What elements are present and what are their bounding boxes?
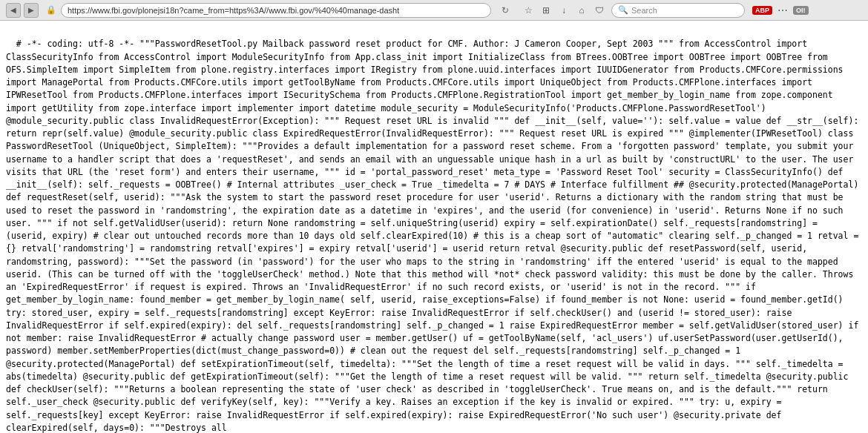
star-icon[interactable]: ☆ [521, 3, 536, 18]
nav-controls: ◀ ▶ [6, 3, 39, 18]
adblock-badge[interactable]: ABP [752, 6, 772, 15]
back-button[interactable]: ◀ [6, 3, 21, 18]
refresh-button[interactable]: ↻ [499, 4, 512, 17]
shield-icon[interactable]: 🛡 [592, 3, 607, 18]
addon-oi-badge[interactable]: OI! [793, 6, 809, 15]
search-bar[interactable]: 🔍 Search [611, 3, 745, 18]
address-bar[interactable]: https://www.fbi.gov/plonejsi18n?came_fro… [61, 3, 491, 18]
home-icon[interactable]: ⌂ [574, 3, 589, 18]
url-text: https://www.fbi.gov/plonejsi18n?came_fro… [68, 6, 399, 15]
menu-dots[interactable]: ⋯ [775, 3, 790, 18]
browser-toolbar: ◀ ▶ 🔒 https://www.fbi.gov/plonejsi18n?ca… [0, 0, 868, 21]
bookmark-icon[interactable]: ⊞ [539, 3, 553, 18]
code-content: # -*- coding: utf-8 -*- """PasswordReset… [0, 21, 868, 433]
lock-icon: 🔒 [46, 5, 56, 15]
search-icon: 🔍 [618, 5, 628, 15]
addon-icons: ABP ⋯ OI! [752, 3, 809, 18]
forward-button[interactable]: ▶ [24, 3, 39, 18]
browser-actions: ☆ ⊞ ↓ ⌂ 🛡 [521, 3, 607, 18]
code-text: # -*- coding: utf-8 -*- """PasswordReset… [6, 39, 864, 433]
download-icon[interactable]: ↓ [556, 3, 571, 18]
search-placeholder: Search [631, 6, 657, 15]
